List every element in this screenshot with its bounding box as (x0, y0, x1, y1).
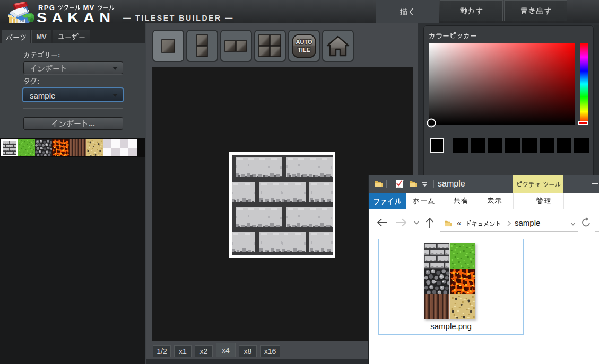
svg-text:AUTO: AUTO (296, 39, 312, 45)
svg-text:TILE: TILE (298, 47, 310, 53)
